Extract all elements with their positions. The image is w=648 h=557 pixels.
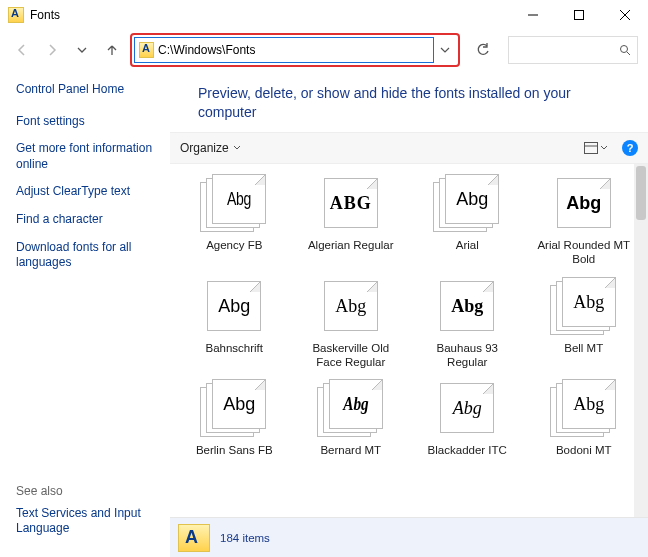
font-label: Arial Rounded MT Bold — [534, 238, 634, 267]
font-label: Baskerville Old Face Regular — [301, 341, 401, 370]
font-sample: Abg — [558, 193, 610, 214]
sidebar-link-more-font-info[interactable]: Get more font information online — [16, 141, 162, 172]
status-bar: 184 items — [170, 517, 648, 557]
font-sample: Abg — [219, 189, 260, 210]
font-label: Berlin Sans FB — [196, 443, 273, 457]
font-thumb: Abg — [200, 379, 268, 437]
font-label: Bauhaus 93 Regular — [417, 341, 517, 370]
address-input[interactable] — [158, 43, 429, 57]
font-label: Blackadder ITC — [428, 443, 507, 457]
font-sample: Abg — [441, 296, 493, 317]
address-history-dropdown[interactable] — [434, 38, 456, 62]
recent-dropdown[interactable] — [70, 38, 94, 62]
maximize-button[interactable] — [556, 0, 602, 30]
font-sample: Abg — [208, 296, 260, 317]
font-thumb: Abg — [317, 379, 385, 437]
font-item[interactable]: AbgBaskerville Old Face Regular — [293, 277, 410, 376]
svg-point-4 — [621, 46, 628, 53]
fonts-folder-icon — [178, 524, 210, 552]
font-label: Bell MT — [564, 341, 603, 355]
font-label: Bernard MT — [320, 443, 381, 457]
font-label: Arial — [456, 238, 479, 252]
minimize-button[interactable] — [510, 0, 556, 30]
font-item[interactable]: AbgBerlin Sans FB — [176, 379, 293, 463]
search-icon — [619, 44, 631, 56]
see-also-label: See also — [16, 484, 162, 498]
font-item[interactable]: AbgBodoni MT — [526, 379, 643, 463]
font-item[interactable]: AbgBernard MT — [293, 379, 410, 463]
address-bar[interactable] — [134, 37, 434, 63]
font-sample: Abg — [334, 394, 378, 415]
window-title: Fonts — [30, 8, 60, 22]
font-label: Agency FB — [206, 238, 262, 252]
font-thumb: Abg — [433, 174, 501, 232]
font-item[interactable]: ABGAlgerian Regular — [293, 174, 410, 273]
navigation-row — [0, 30, 648, 70]
view-icon — [584, 142, 598, 154]
sidebar-link-font-settings[interactable]: Font settings — [16, 114, 162, 130]
font-thumb: Abg — [433, 277, 501, 335]
font-thumb: Abg — [200, 174, 268, 232]
font-sample: Abg — [446, 189, 498, 210]
status-count: 184 items — [220, 532, 270, 544]
font-thumb: Abg — [550, 379, 618, 437]
font-item[interactable]: AbgBauhaus 93 Regular — [409, 277, 526, 376]
back-button[interactable] — [10, 38, 34, 62]
sidebar-link-text-services[interactable]: Text Services and Input Language — [16, 506, 162, 537]
font-thumb: Abg — [550, 174, 618, 232]
font-grid: AbgAgency FBABGAlgerian RegularAbgArialA… — [170, 164, 648, 464]
address-bar-highlight — [130, 33, 460, 67]
font-thumb: Abg — [317, 277, 385, 335]
font-item[interactable]: AbgAgency FB — [176, 174, 293, 273]
up-button[interactable] — [100, 38, 124, 62]
font-label: Bodoni MT — [556, 443, 612, 457]
sidebar-link-download-fonts[interactable]: Download fonts for all languages — [16, 240, 162, 271]
refresh-button[interactable] — [470, 37, 496, 63]
font-sample: Abg — [563, 394, 615, 415]
svg-rect-6 — [585, 142, 598, 153]
close-button[interactable] — [602, 0, 648, 30]
title-bar: Fonts — [0, 0, 648, 30]
search-box[interactable] — [508, 36, 638, 64]
font-sample: Abg — [563, 292, 615, 313]
fonts-folder-icon — [8, 7, 24, 23]
font-item[interactable]: AbgArial Rounded MT Bold — [526, 174, 643, 273]
sidebar: Control Panel Home Font settings Get mor… — [0, 70, 170, 557]
window-controls — [510, 0, 648, 30]
font-sample: Abg — [325, 296, 377, 317]
font-sample: Abg — [441, 398, 493, 419]
help-button[interactable]: ? — [622, 140, 638, 156]
font-item[interactable]: AbgBlackadder ITC — [409, 379, 526, 463]
font-label: Bahnschrift — [205, 341, 263, 355]
page-heading: Preview, delete, or show and hide the fo… — [170, 70, 648, 132]
svg-line-5 — [627, 52, 630, 55]
fonts-folder-icon — [139, 42, 154, 58]
chevron-down-icon — [600, 144, 608, 152]
toolbar: Organize ? — [170, 132, 648, 164]
font-label: Algerian Regular — [308, 238, 394, 252]
font-thumb: Abg — [200, 277, 268, 335]
sidebar-link-cleartype[interactable]: Adjust ClearType text — [16, 184, 162, 200]
font-thumb: ABG — [317, 174, 385, 232]
main-panel: Preview, delete, or show and hide the fo… — [170, 70, 648, 557]
view-options-button[interactable] — [584, 142, 608, 154]
font-thumb: Abg — [550, 277, 618, 335]
scrollbar-thumb[interactable] — [636, 166, 646, 220]
font-sample: Abg — [213, 394, 265, 415]
organize-menu[interactable]: Organize — [180, 141, 241, 155]
control-panel-home-link[interactable]: Control Panel Home — [16, 82, 162, 98]
font-thumb: Abg — [433, 379, 501, 437]
sidebar-link-find-character[interactable]: Find a character — [16, 212, 162, 228]
font-item[interactable]: AbgArial — [409, 174, 526, 273]
chevron-down-icon — [233, 144, 241, 152]
font-item[interactable]: AbgBahnschrift — [176, 277, 293, 376]
font-sample: ABG — [325, 193, 377, 214]
font-item[interactable]: AbgBell MT — [526, 277, 643, 376]
forward-button[interactable] — [40, 38, 64, 62]
svg-rect-1 — [575, 11, 584, 20]
scrollbar[interactable] — [634, 164, 648, 517]
organize-label: Organize — [180, 141, 229, 155]
